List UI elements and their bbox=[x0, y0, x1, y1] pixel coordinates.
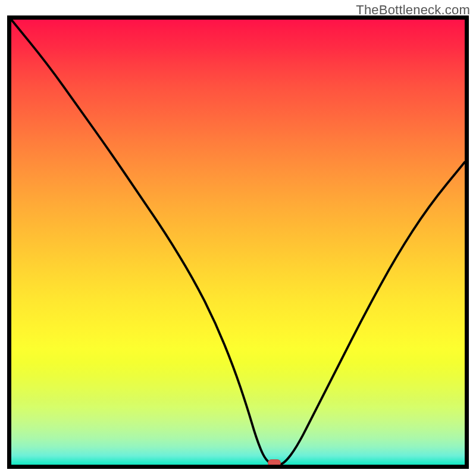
chart-container: TheBottleneck.com bbox=[0, 0, 476, 476]
curve-path bbox=[11, 20, 465, 465]
curve-svg bbox=[11, 20, 465, 465]
bottleneck-marker bbox=[268, 459, 281, 466]
plot-area bbox=[7, 15, 469, 469]
